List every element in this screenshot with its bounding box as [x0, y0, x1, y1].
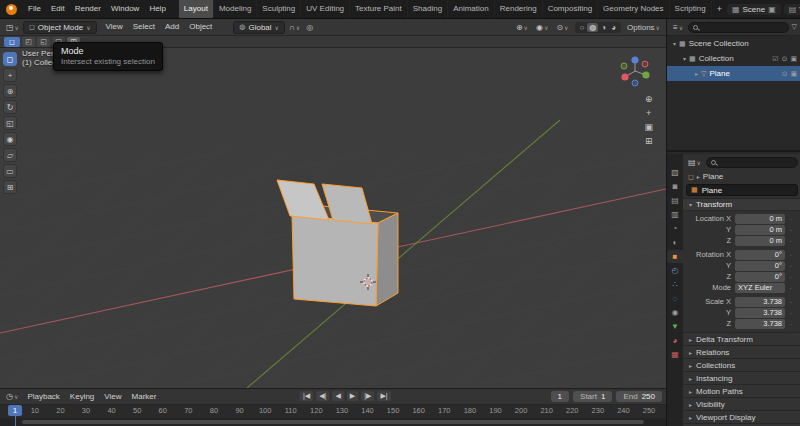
transform-value-field[interactable]: 0 m — [735, 225, 785, 235]
transform-tool[interactable]: ◉ — [3, 132, 17, 146]
outliner-search-input[interactable] — [688, 22, 789, 33]
pan-icon[interactable]: + — [646, 108, 651, 118]
viewport-menu-item[interactable]: Add — [160, 19, 184, 36]
properties-tab-render[interactable]: ◙ — [667, 180, 683, 193]
properties-tab-texture[interactable]: ▦ — [667, 348, 683, 361]
workspace-tab[interactable]: Geometry Nodes — [598, 0, 669, 19]
properties-tab-scene[interactable]: ◔ — [667, 222, 683, 235]
timeline-menu-item[interactable]: View — [99, 388, 126, 406]
animate-dot-icon[interactable]: ∙ — [785, 309, 797, 316]
animate-dot-icon[interactable]: ∙ — [785, 262, 797, 269]
play-button[interactable]: ▶ — [347, 391, 358, 401]
hide-eye-icon[interactable]: ⊙ — [782, 55, 788, 63]
gizmo-neg-x-axis[interactable] — [642, 61, 648, 67]
hide-eye-icon[interactable]: ⊙ — [782, 70, 788, 78]
properties-search-input[interactable] — [706, 157, 798, 168]
menubar-item[interactable]: Window — [106, 0, 144, 18]
properties-section-header[interactable]: ▸ Delta Transform — [683, 332, 800, 345]
editor-type-button[interactable]: ◳ ∨ — [4, 23, 21, 32]
snap-toggle[interactable]: ∩ ∨ — [287, 23, 302, 32]
move-tool[interactable]: ⊕ — [3, 84, 17, 98]
properties-section-header[interactable]: ▸ Collections — [683, 358, 800, 371]
navigation-gizmo[interactable] — [618, 53, 652, 87]
shading-wireframe-icon[interactable]: ○ — [578, 23, 587, 32]
workspace-tab[interactable]: Animation — [448, 0, 495, 19]
timeline-menu-item[interactable]: Keying — [65, 388, 99, 406]
play-reverse-button[interactable]: ◀ — [332, 391, 343, 401]
workspace-tab[interactable]: UV Editing — [301, 0, 350, 19]
animate-dot-icon[interactable]: ∙ — [785, 298, 797, 305]
outliner-editor-type-button[interactable]: ≡ ∨ — [671, 23, 685, 32]
transform-value-field[interactable]: 0 m — [735, 236, 785, 246]
menubar-item[interactable]: Edit — [46, 0, 70, 18]
workspace-tab[interactable]: Shading — [408, 0, 448, 19]
timeline-scrollbar[interactable] — [0, 418, 666, 426]
disable-render-icon[interactable]: ▣ — [790, 70, 797, 78]
transform-value-field[interactable]: XYZ Euler — [735, 283, 785, 293]
exclude-checkbox-icon[interactable]: ☑ — [772, 55, 778, 63]
rotate-tool[interactable]: ↻ — [3, 100, 17, 114]
workspace-tab[interactable]: Modeling — [214, 0, 257, 19]
outliner-row-plane[interactable]: ▸ ▽ Plane ⊙ ▣ — [667, 66, 800, 81]
menubar-item[interactable]: Help — [144, 0, 170, 18]
gizmo-neg-z-axis[interactable] — [632, 80, 638, 86]
animate-dot-icon[interactable]: ∙ — [785, 226, 797, 233]
select-mode-button-1[interactable]: ◰ — [22, 37, 35, 47]
gizmo-y-axis[interactable] — [642, 71, 649, 78]
annotate-tool[interactable]: ▱ — [3, 148, 17, 162]
start-frame-field[interactable]: Start1 — [573, 391, 612, 402]
timeline-editor-type-button[interactable]: ◷ ∨ — [4, 392, 20, 401]
workspace-tab[interactable]: Rendering — [495, 0, 543, 19]
timeline-menu-item[interactable]: Marker — [127, 388, 162, 406]
toggle-perspective-icon[interactable]: ⊞ — [645, 136, 653, 146]
transform-panel-header[interactable]: ▾ Transform — [683, 198, 800, 211]
end-frame-field[interactable]: End250 — [616, 391, 662, 402]
disable-render-icon[interactable]: ▣ — [790, 55, 797, 63]
menubar-item[interactable]: File — [23, 0, 46, 18]
gizmo-z-axis[interactable] — [631, 56, 638, 63]
filter-icon[interactable]: ▽ — [792, 23, 797, 31]
add-cube-tool[interactable]: ⊞ — [3, 180, 17, 194]
timeline-menu-item[interactable]: Playback — [22, 388, 64, 406]
transform-value-field[interactable]: 0° — [735, 261, 785, 271]
workspace-tab[interactable]: Layout — [179, 0, 214, 19]
mode-dropdown[interactable]: ◻ Object Mode ∨ — [23, 21, 97, 34]
properties-section-header[interactable]: ▸ Viewport Display — [683, 410, 800, 423]
shading-material-icon[interactable]: ◑ — [599, 23, 608, 32]
animate-dot-icon[interactable]: ∙ — [785, 284, 797, 291]
properties-section-header[interactable]: ▸ Relations — [683, 345, 800, 358]
properties-tab-view-layer[interactable]: ▥ — [667, 208, 683, 221]
scene-selector[interactable]: ▦ Scene ▣ — [727, 4, 781, 15]
overlays-dropdown[interactable]: ◉ ∨ — [534, 23, 550, 32]
animate-dot-icon[interactable]: ∙ — [785, 273, 797, 280]
transform-value-field[interactable]: 0° — [735, 250, 785, 260]
viewlayer-selector[interactable]: ▤ ViewLayer ▣ — [784, 4, 800, 15]
shading-rendered-icon[interactable]: ◕ — [609, 23, 618, 32]
viewport-menu-item[interactable]: View — [101, 19, 128, 36]
properties-tab-world[interactable]: ◐ — [667, 236, 683, 249]
measure-tool[interactable]: ▭ — [3, 164, 17, 178]
select-mode-button-2[interactable]: ◱ — [37, 37, 50, 47]
viewport-3d[interactable]: User Perspective (1) Collection | Plane … — [0, 48, 666, 388]
timeline-ruler[interactable]: 1020304050607080901001101201301401501601… — [0, 405, 666, 418]
add-workspace-button[interactable]: + — [712, 0, 727, 18]
playhead[interactable]: 1 — [8, 405, 22, 426]
transform-value-field[interactable]: 0 m — [735, 214, 785, 224]
properties-editor-type-button[interactable]: ▤ ∨ — [686, 158, 703, 167]
animate-dot-icon[interactable]: ∙ — [785, 320, 797, 327]
cursor-tool[interactable]: + — [3, 68, 17, 82]
gizmos-dropdown[interactable]: ⊕ ∨ — [514, 23, 530, 32]
blender-logo-icon[interactable] — [6, 4, 17, 15]
mesh-object-plane[interactable] — [277, 180, 398, 306]
properties-section-header[interactable]: ▸ Motion Paths — [683, 384, 800, 397]
animate-dot-icon[interactable]: ∙ — [785, 251, 797, 258]
camera-view-icon[interactable]: ▣ — [644, 122, 653, 132]
transform-value-field[interactable]: 3.738 — [735, 297, 785, 307]
viewport-menu-item[interactable]: Select — [128, 19, 160, 36]
visibility-dropdown[interactable]: ⊙ ∨ — [554, 23, 570, 32]
zoom-icon[interactable]: ⊕ — [645, 94, 653, 104]
options-dropdown[interactable]: Options ∨ — [625, 23, 662, 32]
transform-orientation-dropdown[interactable]: ◍ Global ∨ — [233, 21, 285, 34]
breadcrumb-object-name[interactable]: Plane — [703, 172, 723, 181]
properties-tab-output[interactable]: ▤ — [667, 194, 683, 207]
